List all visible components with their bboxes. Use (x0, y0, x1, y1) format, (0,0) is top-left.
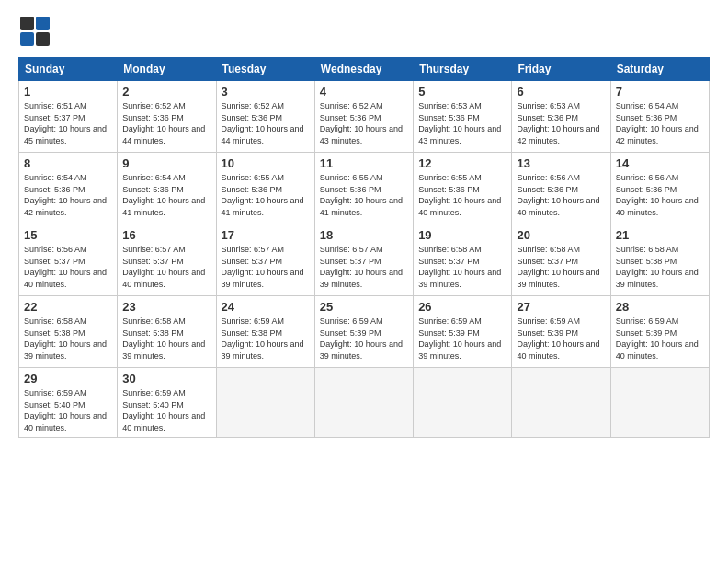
page-header (18, 15, 710, 48)
day-number: 3 (222, 85, 310, 98)
col-friday: Friday (512, 58, 610, 81)
day-number: 18 (320, 228, 408, 242)
day-number: 17 (222, 228, 310, 242)
calendar-day-cell: 20Sunrise: 6:58 AMSunset: 5:37 PMDayligh… (512, 224, 610, 296)
day-number: 10 (222, 156, 310, 170)
col-tuesday: Tuesday (216, 58, 314, 81)
day-number: 30 (122, 372, 210, 385)
calendar-day-cell: 29Sunrise: 6:59 AMSunset: 5:40 PMDayligh… (19, 368, 118, 438)
calendar-day-cell (216, 368, 314, 438)
svg-rect-3 (36, 32, 50, 46)
calendar-day-cell: 27Sunrise: 6:59 AMSunset: 5:39 PMDayligh… (512, 296, 610, 368)
calendar-day-cell: 22Sunrise: 6:58 AMSunset: 5:38 PMDayligh… (19, 296, 118, 368)
day-number: 23 (122, 300, 210, 314)
calendar-day-cell: 28Sunrise: 6:59 AMSunset: 5:39 PMDayligh… (610, 296, 709, 368)
day-number: 14 (616, 156, 704, 170)
day-number: 26 (418, 300, 506, 314)
day-info: Sunrise: 6:52 AMSunset: 5:36 PMDaylight:… (122, 101, 205, 145)
calendar-day-cell: 6Sunrise: 6:53 AMSunset: 5:36 PMDaylight… (512, 81, 610, 153)
calendar-day-cell (414, 368, 512, 438)
day-info: Sunrise: 6:59 AMSunset: 5:40 PMDaylight:… (24, 388, 107, 432)
day-number: 13 (517, 156, 605, 170)
day-info: Sunrise: 6:55 AMSunset: 5:36 PMDaylight:… (418, 173, 501, 217)
calendar-day-cell: 2Sunrise: 6:52 AMSunset: 5:36 PMDaylight… (118, 81, 216, 153)
calendar-day-cell: 13Sunrise: 6:56 AMSunset: 5:36 PMDayligh… (512, 153, 610, 224)
day-number: 28 (616, 300, 704, 314)
day-number: 6 (517, 85, 605, 98)
col-wednesday: Wednesday (314, 58, 413, 81)
day-info: Sunrise: 6:54 AMSunset: 5:36 PMDaylight:… (616, 101, 699, 145)
day-info: Sunrise: 6:59 AMSunset: 5:39 PMDaylight:… (616, 316, 699, 361)
day-info: Sunrise: 6:57 AMSunset: 5:37 PMDaylight:… (222, 245, 304, 289)
day-info: Sunrise: 6:58 AMSunset: 5:38 PMDaylight:… (122, 316, 205, 361)
day-info: Sunrise: 6:55 AMSunset: 5:36 PMDaylight:… (320, 173, 403, 217)
day-info: Sunrise: 6:55 AMSunset: 5:36 PMDaylight:… (222, 173, 304, 217)
calendar-day-cell: 18Sunrise: 6:57 AMSunset: 5:37 PMDayligh… (314, 224, 413, 296)
calendar-day-cell: 24Sunrise: 6:59 AMSunset: 5:38 PMDayligh… (216, 296, 314, 368)
day-number: 11 (320, 156, 408, 170)
day-info: Sunrise: 6:58 AMSunset: 5:37 PMDaylight:… (517, 245, 599, 289)
col-thursday: Thursday (414, 58, 512, 81)
calendar-day-cell: 11Sunrise: 6:55 AMSunset: 5:36 PMDayligh… (314, 153, 413, 224)
day-number: 27 (517, 300, 605, 314)
day-number: 25 (320, 300, 408, 314)
calendar-day-cell: 21Sunrise: 6:58 AMSunset: 5:38 PMDayligh… (610, 224, 709, 296)
day-info: Sunrise: 6:53 AMSunset: 5:36 PMDaylight:… (517, 101, 599, 145)
col-saturday: Saturday (610, 58, 709, 81)
calendar-page: Sunday Monday Tuesday Wednesday Thursday… (0, 0, 728, 563)
day-number: 5 (418, 85, 506, 98)
calendar-day-cell: 8Sunrise: 6:54 AMSunset: 5:36 PMDaylight… (19, 153, 118, 224)
day-number: 1 (24, 85, 112, 98)
day-info: Sunrise: 6:57 AMSunset: 5:37 PMDaylight:… (122, 245, 205, 289)
day-info: Sunrise: 6:59 AMSunset: 5:40 PMDaylight:… (122, 388, 205, 432)
calendar-day-cell (610, 368, 709, 438)
calendar-day-cell (512, 368, 610, 438)
calendar-day-cell: 1Sunrise: 6:51 AMSunset: 5:37 PMDaylight… (19, 81, 118, 153)
day-number: 4 (320, 85, 408, 98)
calendar-day-cell: 17Sunrise: 6:57 AMSunset: 5:37 PMDayligh… (216, 224, 314, 296)
calendar-week-row: 15Sunrise: 6:56 AMSunset: 5:37 PMDayligh… (19, 224, 710, 296)
col-sunday: Sunday (19, 58, 118, 81)
logo-icon (18, 15, 51, 48)
day-info: Sunrise: 6:59 AMSunset: 5:39 PMDaylight:… (517, 316, 599, 361)
calendar-day-cell: 4Sunrise: 6:52 AMSunset: 5:36 PMDaylight… (314, 81, 413, 153)
day-info: Sunrise: 6:56 AMSunset: 5:36 PMDaylight:… (517, 173, 599, 217)
calendar-day-cell: 16Sunrise: 6:57 AMSunset: 5:37 PMDayligh… (118, 224, 216, 296)
day-info: Sunrise: 6:59 AMSunset: 5:38 PMDaylight:… (222, 316, 304, 361)
calendar-day-cell: 5Sunrise: 6:53 AMSunset: 5:36 PMDaylight… (414, 81, 512, 153)
day-number: 2 (122, 85, 210, 98)
day-info: Sunrise: 6:58 AMSunset: 5:38 PMDaylight:… (24, 316, 107, 361)
day-info: Sunrise: 6:58 AMSunset: 5:37 PMDaylight:… (418, 245, 501, 289)
day-number: 12 (418, 156, 506, 170)
calendar-week-row: 29Sunrise: 6:59 AMSunset: 5:40 PMDayligh… (19, 368, 710, 438)
calendar-day-cell: 19Sunrise: 6:58 AMSunset: 5:37 PMDayligh… (414, 224, 512, 296)
svg-rect-0 (20, 17, 34, 30)
calendar-day-cell: 14Sunrise: 6:56 AMSunset: 5:36 PMDayligh… (610, 153, 709, 224)
day-info: Sunrise: 6:54 AMSunset: 5:36 PMDaylight:… (122, 173, 205, 217)
calendar-day-cell: 12Sunrise: 6:55 AMSunset: 5:36 PMDayligh… (414, 153, 512, 224)
svg-rect-2 (20, 32, 34, 46)
calendar-day-cell: 3Sunrise: 6:52 AMSunset: 5:36 PMDaylight… (216, 81, 314, 153)
day-info: Sunrise: 6:53 AMSunset: 5:36 PMDaylight:… (418, 101, 501, 145)
calendar-table: Sunday Monday Tuesday Wednesday Thursday… (18, 57, 710, 438)
calendar-week-row: 22Sunrise: 6:58 AMSunset: 5:38 PMDayligh… (19, 296, 710, 368)
calendar-day-cell: 15Sunrise: 6:56 AMSunset: 5:37 PMDayligh… (19, 224, 118, 296)
day-info: Sunrise: 6:59 AMSunset: 5:39 PMDaylight:… (320, 316, 403, 361)
day-info: Sunrise: 6:59 AMSunset: 5:39 PMDaylight:… (418, 316, 501, 361)
calendar-day-cell: 23Sunrise: 6:58 AMSunset: 5:38 PMDayligh… (118, 296, 216, 368)
calendar-day-cell: 10Sunrise: 6:55 AMSunset: 5:36 PMDayligh… (216, 153, 314, 224)
day-info: Sunrise: 6:54 AMSunset: 5:36 PMDaylight:… (24, 173, 107, 217)
day-info: Sunrise: 6:56 AMSunset: 5:36 PMDaylight:… (616, 173, 699, 217)
calendar-day-cell: 9Sunrise: 6:54 AMSunset: 5:36 PMDaylight… (118, 153, 216, 224)
day-number: 21 (616, 228, 704, 242)
day-number: 19 (418, 228, 506, 242)
calendar-header-row: Sunday Monday Tuesday Wednesday Thursday… (19, 58, 710, 81)
day-info: Sunrise: 6:52 AMSunset: 5:36 PMDaylight:… (222, 101, 304, 145)
calendar-day-cell: 25Sunrise: 6:59 AMSunset: 5:39 PMDayligh… (314, 296, 413, 368)
day-info: Sunrise: 6:58 AMSunset: 5:38 PMDaylight:… (616, 245, 699, 289)
day-info: Sunrise: 6:52 AMSunset: 5:36 PMDaylight:… (320, 101, 403, 145)
day-number: 29 (24, 372, 112, 385)
calendar-week-row: 1Sunrise: 6:51 AMSunset: 5:37 PMDaylight… (19, 81, 710, 153)
calendar-day-cell (314, 368, 413, 438)
day-info: Sunrise: 6:56 AMSunset: 5:37 PMDaylight:… (24, 245, 107, 289)
